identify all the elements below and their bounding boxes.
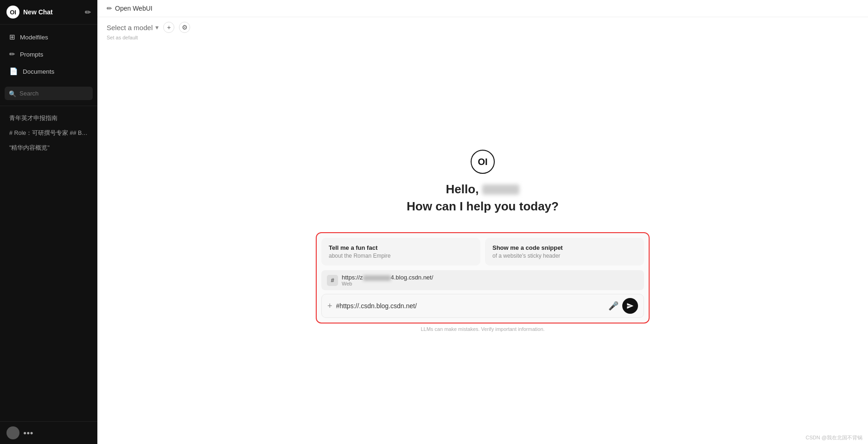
chat-input[interactable]	[336, 302, 605, 310]
suggestion-card-code[interactable]: Show me a code snippet of a website's st…	[485, 238, 644, 266]
input-row: + 🎤	[321, 294, 644, 318]
sidebar-item-documents-label: Documents	[23, 68, 54, 75]
watermark: CSDN @我在北国不背锅	[806, 434, 862, 441]
model-selector[interactable]: Select a model ▾	[107, 24, 159, 32]
main-content: ✏ Open WebUI Select a model ▾ + ⚙ Set as…	[97, 0, 868, 444]
history-item-2[interactable]: "精华内容概览"	[3, 141, 95, 155]
model-default-label: Set as default	[97, 35, 868, 40]
welcome-logo: OI	[471, 150, 495, 174]
sidebar-item-prompts-label: Prompts	[20, 51, 43, 58]
model-selector-bar: Select a model ▾ + ⚙	[97, 17, 868, 35]
suggestion-cards: Tell me a fun fact about the Roman Empir…	[321, 238, 644, 266]
reference-hash-icon: #	[327, 275, 338, 286]
sidebar-search-container: 🔍	[0, 84, 97, 103]
sidebar-item-prompts[interactable]: ✏ Prompts	[3, 46, 95, 63]
new-chat-button[interactable]: ✏	[85, 8, 91, 17]
reference-pill[interactable]: # https://z4.blog.csdn.net/ Web	[321, 270, 644, 290]
documents-icon: 📄	[9, 67, 18, 76]
microphone-button[interactable]: 🎤	[608, 301, 619, 311]
sidebar-history: 青年英才申报指南 # Role：可研撰号专家 ## Backgrou "精华内容…	[0, 109, 97, 421]
avatar	[6, 426, 19, 439]
chevron-down-icon: ▾	[155, 24, 159, 31]
welcome-greeting: Hello,	[446, 182, 520, 197]
suggestion-area: Tell me a fun fact about the Roman Empir…	[316, 232, 650, 323]
url-blurred	[363, 275, 391, 281]
sidebar: OI New Chat ✏ ⊞ Modelfiles ✏ Prompts 📄 D…	[0, 0, 97, 444]
suggestion-card-2-title: Show me a code snippet	[492, 244, 637, 251]
avatar-name: ●●●	[23, 430, 33, 436]
input-container: Tell me a fun fact about the Roman Empir…	[316, 232, 650, 335]
sidebar-item-modelfiles-label: Modelfiles	[20, 34, 48, 41]
sidebar-new-chat-label: New Chat	[23, 8, 53, 16]
history-item-0[interactable]: 青年英才申报指南	[3, 111, 95, 126]
sidebar-divider	[0, 106, 97, 106]
send-icon	[626, 302, 634, 310]
model-settings-button[interactable]: ⚙	[179, 22, 190, 33]
add-attachment-button[interactable]: +	[327, 301, 332, 311]
suggestion-card-2-sub: of a website's sticky header	[492, 253, 637, 259]
sidebar-footer: ●●●	[0, 421, 97, 444]
reference-type: Web	[342, 281, 433, 286]
open-webui-link[interactable]: ✏ Open WebUI	[107, 5, 153, 12]
topbar-link-label: Open WebUI	[115, 5, 153, 12]
model-selector-label: Select a model	[107, 24, 153, 32]
welcome-subtitle: How can I help you today?	[407, 199, 559, 214]
model-add-button[interactable]: +	[163, 22, 174, 33]
history-item-1[interactable]: # Role：可研撰号专家 ## Backgrou	[3, 126, 95, 140]
disclaimer: LLMs can make mistakes. Verify important…	[316, 323, 650, 335]
send-button[interactable]	[622, 298, 638, 314]
search-input[interactable]	[5, 87, 93, 100]
prompts-icon: ✏	[9, 50, 15, 58]
sidebar-item-documents[interactable]: 📄 Documents	[3, 63, 95, 80]
suggestion-card-1-title: Tell me a fun fact	[329, 244, 473, 251]
username-blurred	[482, 184, 519, 195]
logo-icon: OI	[6, 6, 19, 19]
sidebar-item-modelfiles[interactable]: ⊞ Modelfiles	[3, 29, 95, 45]
search-icon: 🔍	[9, 90, 16, 97]
sidebar-header: OI New Chat ✏	[0, 0, 97, 25]
suggestion-card-roman[interactable]: Tell me a fun fact about the Roman Empir…	[321, 238, 480, 266]
reference-url: https://z4.blog.csdn.net/	[342, 274, 433, 281]
sidebar-nav: ⊞ Modelfiles ✏ Prompts 📄 Documents	[0, 25, 97, 84]
modelfiles-icon: ⊞	[9, 33, 15, 41]
sidebar-logo: OI New Chat	[6, 6, 53, 19]
topbar: ✏ Open WebUI	[97, 0, 868, 17]
topbar-link-icon: ✏	[107, 5, 112, 12]
suggestion-card-1-sub: about the Roman Empire	[329, 253, 473, 259]
chat-area: OI Hello, How can I help you today? Tell…	[97, 40, 868, 444]
